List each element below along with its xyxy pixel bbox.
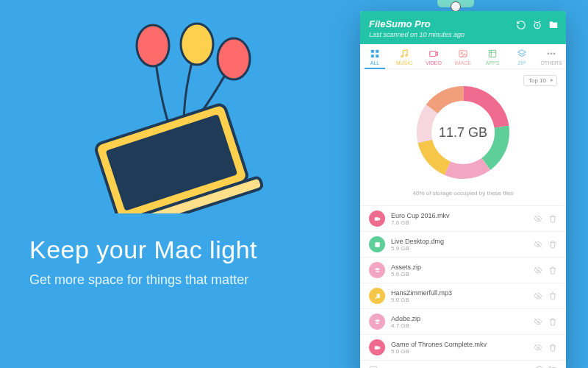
file-size: 5.6 GB xyxy=(391,271,528,277)
file-size: 4.7 GB xyxy=(391,322,528,329)
tab-others[interactable]: OTHERS xyxy=(537,44,566,68)
trash-icon[interactable] xyxy=(548,240,557,249)
file-name: Assets.zip xyxy=(391,263,528,271)
storage-caption: 40% of storage occupied by these files xyxy=(369,187,557,202)
svg-rect-7 xyxy=(371,50,374,53)
svg-point-15 xyxy=(461,52,462,54)
hide-icon[interactable] xyxy=(534,317,542,326)
tab-image[interactable]: IMAGE xyxy=(448,44,478,68)
menubar-app-icon xyxy=(451,1,461,12)
zip-icon xyxy=(517,49,527,59)
svg-point-18 xyxy=(551,53,552,54)
apps-file-icon xyxy=(369,236,385,252)
hide-icon[interactable] xyxy=(534,291,542,300)
trash-icon[interactable] xyxy=(548,266,557,275)
zip-file-icon xyxy=(369,262,385,278)
app-window: FileSumo Pro Last scanned on 10 minutes … xyxy=(360,11,566,368)
svg-point-2 xyxy=(218,38,250,79)
hide-icon[interactable] xyxy=(534,240,542,249)
settings-icon[interactable] xyxy=(535,365,544,368)
svg-rect-16 xyxy=(489,50,495,57)
svg-point-19 xyxy=(553,53,555,54)
hide-icon[interactable] xyxy=(534,343,542,352)
svg-rect-13 xyxy=(430,52,436,57)
monitor-icon xyxy=(369,365,378,368)
file-name: Adobe.zip xyxy=(391,315,528,322)
tab-music[interactable]: MUSIC xyxy=(390,44,419,68)
svg-point-12 xyxy=(406,54,407,56)
tab-label: OTHERS xyxy=(540,60,562,66)
svg-rect-25 xyxy=(374,346,378,350)
music-icon xyxy=(399,49,409,59)
tab-label: ALL xyxy=(370,60,379,66)
trash-icon[interactable] xyxy=(548,343,557,352)
svg-point-17 xyxy=(548,53,549,54)
file-row[interactable]: HansZimmerfull.mp35.0 GB xyxy=(360,283,566,308)
trash-icon[interactable] xyxy=(548,214,557,223)
app-footer: /users/Downloads xyxy=(360,360,566,368)
file-size: 7.6 GB xyxy=(391,219,528,226)
file-name: HansZimmerfull.mp3 xyxy=(391,289,528,297)
apps-icon xyxy=(487,49,498,59)
refresh-icon[interactable] xyxy=(516,20,526,30)
file-row[interactable]: Adobe.zip4.7 GB xyxy=(360,308,566,334)
menubar-anchor xyxy=(437,0,474,7)
svg-rect-8 xyxy=(376,50,379,53)
file-size: 5.0 GB xyxy=(391,297,528,303)
file-row[interactable]: Game of Thrones Complete.mkv5.0 GB xyxy=(360,334,566,360)
tab-zip[interactable]: ZIP xyxy=(507,44,537,68)
last-scan-label: Last scanned on 10 minutes ago xyxy=(369,31,557,38)
file-row[interactable]: Live Desktop.dmg5.9 GB xyxy=(360,231,566,257)
donut-center-total: 11.7 GB xyxy=(412,81,514,184)
svg-point-1 xyxy=(181,24,213,65)
file-name: Game of Thrones Complete.mkv xyxy=(391,341,528,348)
file-meta: HansZimmerfull.mp35.0 GB xyxy=(391,289,528,303)
svg-rect-10 xyxy=(376,54,379,57)
tab-video[interactable]: VIDEO xyxy=(419,44,448,68)
svg-point-11 xyxy=(401,55,403,57)
chart-area: Top 10 11.7 GB 40% of storage occupied b… xyxy=(360,69,566,205)
svg-rect-9 xyxy=(371,54,374,57)
svg-rect-22 xyxy=(375,242,379,247)
file-meta: Euro Cup 2016.mkv7.6 GB xyxy=(391,212,528,226)
subheadline: Get more space for things that matter xyxy=(29,272,248,288)
alarm-icon[interactable] xyxy=(532,20,542,30)
marketing-panel: Keep your Mac light Get more space for t… xyxy=(0,0,353,368)
file-meta: Live Desktop.dmg5.9 GB xyxy=(391,238,528,252)
svg-point-23 xyxy=(375,297,376,299)
file-meta: Adobe.zip4.7 GB xyxy=(391,315,528,329)
legend-toggle-icon[interactable] xyxy=(548,365,557,368)
hide-icon[interactable] xyxy=(534,214,542,223)
svg-point-0 xyxy=(137,25,169,66)
tab-label: IMAGE xyxy=(455,60,472,66)
file-row[interactable]: Euro Cup 2016.mkv7.6 GB xyxy=(360,205,566,231)
file-row[interactable]: Assets.zip5.6 GB xyxy=(360,257,566,283)
trash-icon[interactable] xyxy=(548,291,557,300)
tab-label: APPS xyxy=(486,60,500,66)
trash-icon[interactable] xyxy=(548,317,557,326)
app-header: FileSumo Pro Last scanned on 10 minutes … xyxy=(360,11,566,44)
all-icon xyxy=(370,49,380,59)
tab-all[interactable]: ALL xyxy=(360,44,390,68)
others-icon xyxy=(546,49,556,59)
category-tabs: ALLMUSICVIDEOIMAGEAPPSZIPOTHERS xyxy=(360,44,566,69)
file-name: Euro Cup 2016.mkv xyxy=(391,212,528,219)
hide-icon[interactable] xyxy=(534,266,542,275)
folder-icon[interactable] xyxy=(548,20,559,30)
tab-apps[interactable]: APPS xyxy=(478,44,507,68)
file-name: Live Desktop.dmg xyxy=(391,238,528,245)
tab-label: MUSIC xyxy=(396,60,413,66)
laptop-balloons-illustration xyxy=(44,22,309,213)
headline: Keep your Mac light xyxy=(29,236,257,264)
video-icon xyxy=(429,49,439,59)
top-n-selector[interactable]: Top 10 xyxy=(523,75,557,86)
tab-label: ZIP xyxy=(518,60,526,66)
video-file-icon xyxy=(369,210,385,227)
video-file-icon xyxy=(369,339,385,355)
music-file-icon xyxy=(369,288,385,304)
svg-point-24 xyxy=(378,297,379,298)
svg-rect-21 xyxy=(374,217,378,221)
file-size: 5.9 GB xyxy=(391,245,528,252)
file-meta: Assets.zip5.6 GB xyxy=(391,263,528,277)
tab-label: VIDEO xyxy=(426,60,442,66)
